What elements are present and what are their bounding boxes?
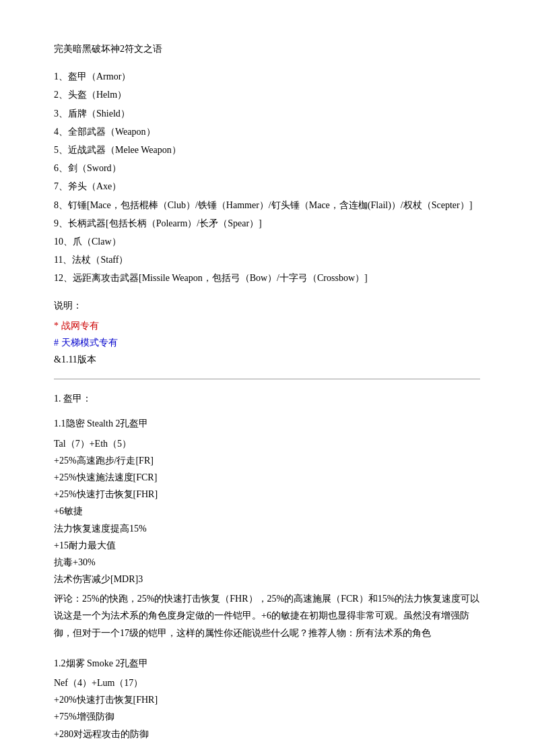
item-prop: 法力恢复速度提高15%	[54, 520, 480, 537]
list-item: 12、远距离攻击武器[Missile Weapon，包括弓（Bow）/十字弓（C…	[54, 270, 480, 286]
item-prop: +75%增强防御	[54, 708, 480, 725]
item-runes-1: Tal（7）+Eth（5）	[54, 435, 480, 452]
armor-item-2: 1.2烟雾 Smoke 2孔盔甲 Nef（4）+Lum（17） +20%快速打击…	[54, 655, 480, 743]
item-prop: 抗毒+30%	[54, 554, 480, 571]
note-version: &1.11版本	[54, 351, 480, 368]
item-prop: +25%高速跑步/行走[FR]	[54, 452, 480, 469]
list-item: 9、长柄武器[包括长柄（Polearm）/长矛（Spear）]	[54, 215, 480, 232]
list-item: 4、全部武器（Weapon）	[54, 123, 480, 140]
armor-item-1: 1.1隐密 Stealth 2孔盔甲 Tal（7）+Eth（5） +25%高速跑…	[54, 415, 480, 641]
item-prop: 法术伤害减少[MDR]3	[54, 571, 480, 588]
list-item: 6、剑（Sword）	[54, 160, 480, 177]
list-item: 8、钉锤[Mace，包括棍棒（Club）/铁锤（Hammer）/钉头锤（Mace…	[54, 197, 480, 214]
list-item: 5、近战武器（Melee Weapon）	[54, 141, 480, 158]
section1-title: 1. 盔甲：	[54, 390, 480, 407]
list-item: 11、法杖（Staff）	[54, 251, 480, 268]
item-comment-1: 评论：25%的快跑，25%的快速打击恢复（FHR），25%的高速施展（FCR）和…	[54, 590, 480, 641]
notes-title: 说明：	[54, 297, 480, 314]
page-content: 完美暗黑破坏神2符文之语 1、盔甲（Armor） 2、头盔（Helm） 3、盾牌…	[54, 40, 480, 743]
item-prop: +15耐力最大值	[54, 537, 480, 554]
page-title: 完美暗黑破坏神2符文之语	[54, 40, 480, 57]
item-runes-2: Nef（4）+Lum（17）	[54, 674, 480, 691]
item-prop: +25%快速打击恢复[FHR]	[54, 486, 480, 503]
item-name-2: 1.2烟雾 Smoke 2孔盔甲	[54, 655, 480, 672]
item-prop: +20%快速打击恢复[FHR]	[54, 691, 480, 708]
list-item: 7、斧头（Axe）	[54, 178, 480, 195]
note-blue: # 天梯模式专有	[54, 334, 480, 351]
item-prop: +25%快速施法速度[FCR]	[54, 469, 480, 486]
list-item: 2、头盔（Helm）	[54, 86, 480, 103]
list-item: 3、盾牌（Shield）	[54, 105, 480, 122]
item-name-1: 1.1隐密 Stealth 2孔盔甲	[54, 415, 480, 432]
notes-section: 说明： * 战网专有 # 天梯模式专有 &1.11版本	[54, 297, 480, 368]
item-prop: +6敏捷	[54, 503, 480, 519]
category-list: 1、盔甲（Armor） 2、头盔（Helm） 3、盾牌（Shield） 4、全部…	[54, 68, 480, 286]
note-red: * 战网专有	[54, 317, 480, 334]
list-item: 10、爪（Claw）	[54, 233, 480, 250]
section-divider	[54, 379, 480, 379]
list-item: 1、盔甲（Armor）	[54, 68, 480, 85]
item-prop: +280对远程攻击的防御	[54, 726, 480, 743]
